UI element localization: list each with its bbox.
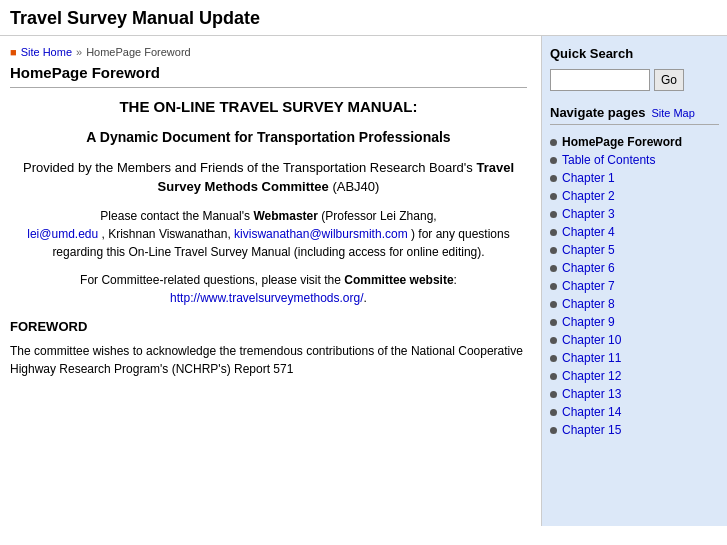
nav-bullet-1 xyxy=(550,157,557,164)
nav-item-5[interactable]: Chapter 4 xyxy=(550,223,719,241)
foreword-paragraph: The committee wishes to acknowledge the … xyxy=(10,342,527,378)
nav-item-link-1[interactable]: Table of Contents xyxy=(562,153,655,167)
search-go-button[interactable]: Go xyxy=(654,69,684,91)
contact-bold: Webmaster xyxy=(253,209,317,223)
nav-bullet-0 xyxy=(550,139,557,146)
site-icon: ■ xyxy=(10,46,17,58)
period: . xyxy=(364,291,367,305)
nav-bullet-10 xyxy=(550,319,557,326)
nav-item-link-5[interactable]: Chapter 4 xyxy=(562,225,615,239)
nav-item-14[interactable]: Chapter 13 xyxy=(550,385,719,403)
contact-prefix: Please contact the Manual's xyxy=(100,209,250,223)
breadcrumb-current: HomePage Foreword xyxy=(86,46,191,58)
committee-paragraph: For Committee-related questions, please … xyxy=(10,271,527,307)
nav-item-13[interactable]: Chapter 12 xyxy=(550,367,719,385)
nav-item-1[interactable]: Table of Contents xyxy=(550,151,719,169)
nav-item-8[interactable]: Chapter 7 xyxy=(550,277,719,295)
breadcrumb-separator: » xyxy=(76,46,82,58)
nav-bullet-13 xyxy=(550,373,557,380)
nav-item-9[interactable]: Chapter 8 xyxy=(550,295,719,313)
nav-item-link-8[interactable]: Chapter 7 xyxy=(562,279,615,293)
nav-item-link-4[interactable]: Chapter 3 xyxy=(562,207,615,221)
contact-email2-link[interactable]: kiviswanathan@wilbursmith.com xyxy=(234,227,408,241)
nav-item-link-7[interactable]: Chapter 6 xyxy=(562,261,615,275)
nav-bullet-4 xyxy=(550,211,557,218)
nav-bullet-7 xyxy=(550,265,557,272)
nav-item-link-12[interactable]: Chapter 11 xyxy=(562,351,621,365)
search-box-row: Go xyxy=(550,69,719,91)
page-title: Travel Survey Manual Update xyxy=(0,0,727,36)
contact-middle-text: (Professor Lei Zhang, xyxy=(321,209,436,223)
nav-item-7[interactable]: Chapter 6 xyxy=(550,259,719,277)
nav-item-0[interactable]: HomePage Foreword xyxy=(550,133,719,151)
page-heading: HomePage Foreword xyxy=(10,64,527,88)
nav-item-15[interactable]: Chapter 14 xyxy=(550,403,719,421)
breadcrumb: ■ Site Home » HomePage Foreword xyxy=(10,46,527,58)
nav-item-2[interactable]: Chapter 1 xyxy=(550,169,719,187)
nav-bullet-14 xyxy=(550,391,557,398)
committee-url-link[interactable]: http://www.travelsurveymethods.org/ xyxy=(170,291,363,305)
nav-item-4[interactable]: Chapter 3 xyxy=(550,205,719,223)
nav-item-link-13[interactable]: Chapter 12 xyxy=(562,369,621,383)
nav-item-10[interactable]: Chapter 9 xyxy=(550,313,719,331)
nav-item-link-9[interactable]: Chapter 8 xyxy=(562,297,615,311)
quick-search-label: Quick Search xyxy=(550,46,719,61)
nav-bullet-16 xyxy=(550,427,557,434)
contact-paragraph: Please contact the Manual's Webmaster (P… xyxy=(10,207,527,261)
nav-bullet-11 xyxy=(550,337,557,344)
main-content-area: ■ Site Home » HomePage Foreword HomePage… xyxy=(0,36,542,526)
nav-item-12[interactable]: Chapter 11 xyxy=(550,349,719,367)
sidebar: Quick Search Go Navigate pages Site Map … xyxy=(542,36,727,526)
nav-item-3[interactable]: Chapter 2 xyxy=(550,187,719,205)
nav-item-6[interactable]: Chapter 5 xyxy=(550,241,719,259)
nav-bullet-2 xyxy=(550,175,557,182)
nav-bullet-9 xyxy=(550,301,557,308)
navigate-label: Navigate pages Site Map xyxy=(550,105,719,125)
main-title: THE ON-LINE TRAVEL SURVEY MANUAL: xyxy=(10,96,527,119)
nav-item-link-14[interactable]: Chapter 13 xyxy=(562,387,621,401)
contact-comma: , Krishnan Viswanathan, xyxy=(102,227,231,241)
nav-item-label-0: HomePage Foreword xyxy=(562,135,682,149)
nav-bullet-5 xyxy=(550,229,557,236)
foreword-heading: FOREWORD xyxy=(10,317,527,337)
nav-bullet-15 xyxy=(550,409,557,416)
nav-bullet-3 xyxy=(550,193,557,200)
nav-item-link-11[interactable]: Chapter 10 xyxy=(562,333,621,347)
nav-bullet-6 xyxy=(550,247,557,254)
intro-text: Provided by the Members and Friends of t… xyxy=(23,160,473,175)
nav-item-16[interactable]: Chapter 15 xyxy=(550,421,719,439)
breadcrumb-home-link[interactable]: Site Home xyxy=(21,46,72,58)
nav-item-link-16[interactable]: Chapter 15 xyxy=(562,423,621,437)
nav-item-11[interactable]: Chapter 10 xyxy=(550,331,719,349)
committee-bold: Committee website xyxy=(344,273,453,287)
intro-paragraph: Provided by the Members and Friends of t… xyxy=(10,158,527,197)
nav-item-link-6[interactable]: Chapter 5 xyxy=(562,243,615,257)
navigate-text: Navigate pages xyxy=(550,105,645,120)
nav-bullet-12 xyxy=(550,355,557,362)
nav-item-link-15[interactable]: Chapter 14 xyxy=(562,405,621,419)
contact-email1-link[interactable]: lei@umd.edu xyxy=(27,227,98,241)
nav-bullet-8 xyxy=(550,283,557,290)
nav-list: HomePage ForewordTable of ContentsChapte… xyxy=(550,133,719,439)
search-input[interactable] xyxy=(550,69,650,91)
committee-prefix: For Committee-related questions, please … xyxy=(80,273,341,287)
nav-item-link-2[interactable]: Chapter 1 xyxy=(562,171,615,185)
sub-title: A Dynamic Document for Transportation Pr… xyxy=(10,127,527,148)
nav-item-link-3[interactable]: Chapter 2 xyxy=(562,189,615,203)
sitemap-link[interactable]: Site Map xyxy=(651,107,694,119)
nav-item-link-10[interactable]: Chapter 9 xyxy=(562,315,615,329)
committee-colon: : xyxy=(454,273,457,287)
content-body: THE ON-LINE TRAVEL SURVEY MANUAL: A Dyna… xyxy=(10,96,527,378)
abj-text: (ABJ40) xyxy=(332,179,379,194)
